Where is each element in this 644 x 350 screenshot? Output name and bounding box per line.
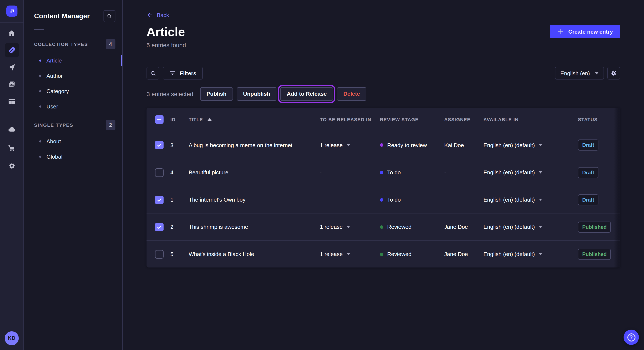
table-row[interactable]: 2 This shrimp is awesome 1 release Revie… — [146, 213, 620, 240]
section-items: Article Author Category User — [24, 53, 122, 114]
delete-button[interactable]: Delete — [337, 87, 366, 101]
table-row[interactable]: 3 A bug is becoming a meme on the intern… — [146, 131, 620, 159]
row-release-value: - — [320, 196, 322, 203]
row-checkbox[interactable] — [155, 223, 164, 231]
main-nav-rail: KD — [0, 0, 24, 350]
status-badge: Draft — [578, 140, 598, 151]
row-release-dropdown[interactable]: - — [320, 169, 380, 176]
row-checkbox[interactable] — [155, 168, 164, 177]
sort-asc-icon[interactable] — [207, 118, 212, 121]
sidebar-item-label: Author — [46, 72, 63, 79]
row-locale-dropdown[interactable]: English (en) (default) — [484, 169, 578, 176]
page-title: Article — [146, 25, 620, 39]
rail-footer: KD — [0, 326, 24, 350]
rail-divider — [0, 22, 24, 22]
row-checkbox[interactable] — [155, 250, 164, 258]
row-checkbox[interactable] — [155, 141, 164, 149]
row-assignee: Kai Doe — [444, 142, 484, 148]
column-header-review-stage[interactable]: REVIEW STAGE — [380, 117, 444, 122]
subnav-divider — [34, 29, 44, 30]
avatar[interactable]: KD — [5, 331, 19, 345]
content-manager-feather-icon[interactable] — [4, 43, 19, 57]
selection-count-text: 3 entries selected — [146, 90, 193, 97]
row-id: 4 — [170, 169, 189, 176]
section-count-badge: 4 — [106, 39, 116, 49]
row-release-dropdown[interactable]: 1 release — [320, 142, 380, 148]
unpublish-button[interactable]: Unpublish — [236, 87, 276, 101]
section-header: COLLECTION TYPES 4 — [24, 39, 122, 49]
sidebar-item-about[interactable]: About — [24, 134, 122, 149]
publish-button[interactable]: Publish — [200, 87, 233, 101]
row-locale-dropdown[interactable]: English (en) (default) — [484, 196, 578, 203]
sidebar-item-article[interactable]: Article — [24, 53, 122, 68]
column-header-status[interactable]: STATUS — [578, 117, 620, 122]
row-locale-dropdown[interactable]: English (en) (default) — [484, 224, 578, 230]
bullet-icon — [39, 105, 41, 107]
row-release-dropdown[interactable]: - — [320, 196, 380, 203]
row-assignee: Jane Doe — [444, 224, 484, 230]
chevron-down-icon — [538, 172, 542, 174]
row-review-stage: Ready to review — [380, 142, 444, 148]
deploy-cloud-icon[interactable] — [3, 121, 20, 138]
list-toolbar: Filters English (en) — [146, 67, 620, 80]
filters-button[interactable]: Filters — [163, 67, 203, 80]
row-locale-dropdown[interactable]: English (en) (default) — [484, 142, 578, 148]
row-locale-value: English (en) (default) — [484, 251, 535, 257]
table-body: 3 A bug is becoming a meme on the intern… — [146, 131, 620, 268]
gear-icon — [610, 70, 617, 77]
row-locale-value: English (en) (default) — [484, 224, 535, 230]
marketplace-cart-icon[interactable] — [3, 140, 20, 157]
sidebar-item-label: Article — [46, 57, 62, 64]
filters-label: Filters — [180, 70, 196, 76]
bullet-icon — [39, 156, 41, 158]
row-title: What's inside a Black Hole — [189, 251, 320, 257]
status-badge: Published — [578, 221, 611, 232]
view-settings-button[interactable] — [607, 67, 620, 80]
row-release-dropdown[interactable]: 1 release — [320, 251, 380, 257]
add-to-release-button[interactable]: Add to Release — [280, 87, 333, 101]
sidebar-item-user[interactable]: User — [24, 99, 122, 114]
row-assignee: Jane Doe — [444, 251, 484, 257]
releases-send-icon[interactable] — [3, 59, 20, 76]
row-locale-dropdown[interactable]: English (en) (default) — [484, 251, 578, 257]
chevron-down-icon — [538, 253, 542, 255]
table-row[interactable]: 4 Beautiful picture - To do - English (e… — [146, 159, 620, 186]
entries-found-text: 5 entries found — [146, 42, 620, 49]
stage-dot-icon — [380, 143, 383, 147]
column-header-title[interactable]: TITLE — [189, 117, 320, 122]
question-mark-icon: ? — [627, 333, 635, 341]
settings-gear-icon[interactable] — [3, 157, 20, 174]
section-label: COLLECTION TYPES — [34, 42, 88, 47]
column-header-assignee[interactable]: ASSIGNEE — [444, 117, 484, 122]
column-header-to-be-released-in[interactable]: TO BE RELEASED IN — [320, 117, 380, 122]
row-review-stage: To do — [380, 169, 444, 176]
create-new-entry-label: Create new entry — [568, 28, 613, 35]
home-icon[interactable] — [3, 25, 20, 42]
sidebar-item-category[interactable]: Category — [24, 83, 122, 99]
table-row[interactable]: 1 The internet's Own boy - To do - Engli… — [146, 186, 620, 213]
select-all-checkbox[interactable] — [155, 115, 164, 124]
sidebar-item-global[interactable]: Global — [24, 149, 122, 164]
help-button[interactable]: ? — [624, 330, 639, 345]
table-row[interactable]: 5 What's inside a Black Hole 1 release R… — [146, 240, 620, 268]
content-manager-subnav: Content Manager COLLECTION TYPES 4 Artic… — [24, 0, 123, 350]
create-new-entry-button[interactable]: Create new entry — [550, 25, 620, 38]
locale-select[interactable]: English (en) — [555, 67, 604, 80]
stage-dot-icon — [380, 225, 383, 229]
row-id: 2 — [170, 224, 189, 230]
row-review-stage: Reviewed — [380, 251, 444, 257]
subnav-search-button[interactable] — [104, 10, 116, 22]
column-header-available-in[interactable]: AVAILABLE IN — [484, 117, 578, 122]
row-release-value: 1 release — [320, 251, 343, 257]
strapi-logo[interactable] — [6, 5, 17, 16]
rail-nav-items — [3, 25, 20, 174]
column-header-id[interactable]: ID — [170, 117, 189, 122]
search-button[interactable] — [146, 67, 159, 80]
media-library-images-icon[interactable] — [3, 76, 20, 93]
row-title: The internet's Own boy — [189, 196, 320, 203]
row-release-dropdown[interactable]: 1 release — [320, 224, 380, 230]
row-checkbox[interactable] — [155, 195, 164, 204]
content-type-builder-layout-icon[interactable] — [3, 93, 20, 110]
sidebar-item-author[interactable]: Author — [24, 68, 122, 83]
back-link[interactable]: Back — [146, 11, 169, 18]
